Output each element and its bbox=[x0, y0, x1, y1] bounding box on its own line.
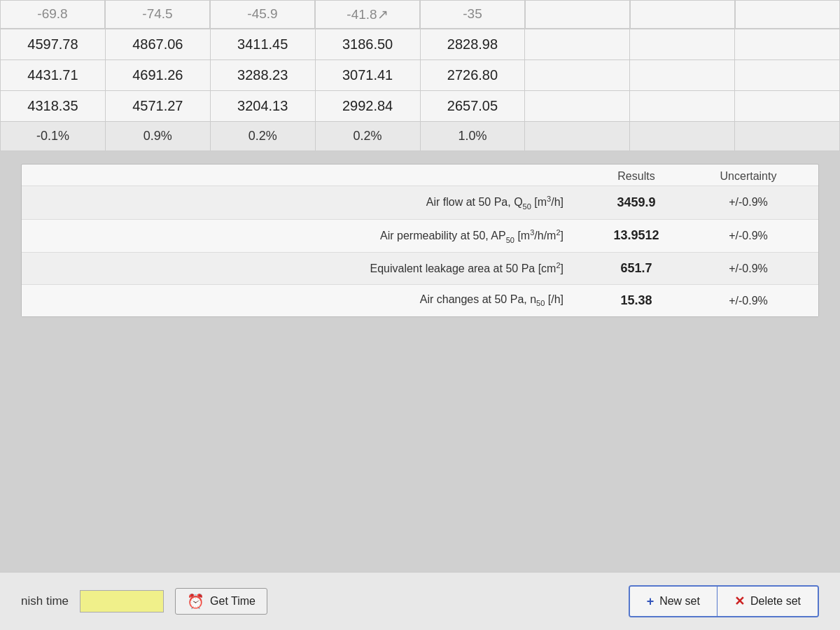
cell-r3c1: 4318.35 bbox=[1, 91, 106, 122]
airflow-value: 3459.9 bbox=[580, 195, 692, 210]
cell-r4c2: 0.9% bbox=[105, 122, 210, 151]
delete-set-label: Delete set bbox=[750, 595, 801, 608]
get-time-label: Get Time bbox=[210, 595, 255, 608]
results-panel: Results Uncertainty Air flow at 50 Pa, Q… bbox=[21, 164, 819, 317]
airchanges-uncertainty: +/-0.9% bbox=[692, 295, 804, 307]
finish-time-label: nish time bbox=[21, 594, 69, 608]
permeability-value: 13.9512 bbox=[580, 228, 692, 243]
cell-r2c3: 3288.23 bbox=[210, 60, 315, 91]
cell-r3c6 bbox=[525, 91, 630, 122]
airflow-label: Air flow at 50 Pa, Q50 [m3/h] bbox=[36, 195, 580, 211]
table-row: 4318.35 4571.27 3204.13 2992.84 2657.05 bbox=[1, 91, 840, 122]
results-row-leakage: Equivalent leakage area at 50 Pa [cm2] 6… bbox=[22, 253, 818, 285]
cell-r4c8 bbox=[735, 122, 840, 151]
plus-icon: + bbox=[647, 594, 654, 609]
cell-r4c5: 1.0% bbox=[420, 122, 525, 151]
header-cell-6 bbox=[525, 0, 630, 29]
table-row: 4597.78 4867.06 3411.45 3186.50 2828.98 bbox=[1, 29, 840, 60]
cell-r3c2: 4571.27 bbox=[105, 91, 210, 122]
get-time-button[interactable]: ⏰ Get Time bbox=[175, 588, 267, 615]
cell-r1c3: 3411.45 bbox=[210, 29, 315, 60]
cell-r3c8 bbox=[735, 91, 840, 122]
leakage-uncertainty: +/-0.9% bbox=[692, 262, 804, 275]
cell-r4c7 bbox=[630, 122, 735, 151]
cell-r1c2: 4867.06 bbox=[105, 29, 210, 60]
clock-icon: ⏰ bbox=[187, 593, 204, 610]
cell-r1c4: 3186.50 bbox=[315, 29, 420, 60]
airchanges-label: Air changes at 50 Pa, n50 [/h] bbox=[36, 293, 580, 307]
cell-r4c6 bbox=[525, 122, 630, 151]
cell-r2c1: 4431.71 bbox=[1, 60, 106, 91]
results-row-airflow: Air flow at 50 Pa, Q50 [m3/h] 3459.9 +/-… bbox=[22, 186, 818, 220]
permeability-uncertainty: +/-0.9% bbox=[692, 230, 804, 242]
cell-r3c3: 3204.13 bbox=[210, 91, 315, 122]
results-header: Results Uncertainty bbox=[22, 164, 818, 186]
airflow-uncertainty: +/-0.9% bbox=[692, 196, 804, 209]
cell-r3c7 bbox=[630, 91, 735, 122]
cell-r2c5: 2726.80 bbox=[420, 60, 525, 91]
header-cell-2: -74.5 bbox=[105, 0, 210, 29]
table-row-percentage: -0.1% 0.9% 0.2% 0.2% 1.0% bbox=[1, 122, 840, 151]
cell-r2c8 bbox=[735, 60, 840, 91]
leakage-value: 651.7 bbox=[580, 261, 692, 276]
partial-header-row: -69.8 -74.5 -45.9 -41.8↗ -35 bbox=[0, 0, 840, 29]
cell-r2c2: 4691.26 bbox=[105, 60, 210, 91]
x-icon: ✕ bbox=[734, 594, 745, 609]
cell-r2c4: 3071.41 bbox=[315, 60, 420, 91]
results-row-permeability: Air permeability at 50, AP50 [m3/h/m2] 1… bbox=[22, 220, 818, 253]
cell-r1c5: 2828.98 bbox=[420, 29, 525, 60]
cell-r1c1: 4597.78 bbox=[1, 29, 106, 60]
permeability-label: Air permeability at 50, AP50 [m3/h/m2] bbox=[36, 228, 580, 244]
header-cell-8 bbox=[735, 0, 840, 29]
uncertainty-col-header: Uncertainty bbox=[692, 170, 804, 183]
results-col-header: Results bbox=[580, 170, 692, 183]
header-cell-1: -69.8 bbox=[0, 0, 105, 29]
leakage-label: Equivalent leakage area at 50 Pa [cm2] bbox=[36, 261, 580, 275]
cell-r2c7 bbox=[630, 60, 735, 91]
cell-r1c6 bbox=[525, 29, 630, 60]
cell-r3c4: 2992.84 bbox=[315, 91, 420, 122]
cell-r4c3: 0.2% bbox=[210, 122, 315, 151]
new-set-button[interactable]: + New set bbox=[630, 587, 718, 616]
header-cell-7 bbox=[630, 0, 735, 29]
action-group: + New set ✕ Delete set bbox=[629, 585, 819, 617]
delete-set-button[interactable]: ✕ Delete set bbox=[718, 587, 818, 616]
header-cell-3: -45.9 bbox=[210, 0, 315, 29]
finish-time-input[interactable] bbox=[80, 590, 164, 612]
bottom-bar: nish time ⏰ Get Time + New set ✕ Delete … bbox=[0, 572, 840, 630]
airchanges-value: 15.38 bbox=[580, 293, 692, 308]
cell-r1c8 bbox=[735, 29, 840, 60]
cell-r3c5: 2657.05 bbox=[420, 91, 525, 122]
new-set-label: New set bbox=[659, 595, 700, 608]
table-row: 4431.71 4691.26 3288.23 3071.41 2726.80 bbox=[1, 60, 840, 91]
cell-r2c6 bbox=[525, 60, 630, 91]
header-cell-4: -41.8↗ bbox=[315, 0, 420, 29]
cell-r4c4: 0.2% bbox=[315, 122, 420, 151]
results-row-airchanges: Air changes at 50 Pa, n50 [/h] 15.38 +/-… bbox=[22, 285, 818, 316]
header-cell-5: -35 bbox=[420, 0, 525, 29]
cell-r1c7 bbox=[630, 29, 735, 60]
data-table: 4597.78 4867.06 3411.45 3186.50 2828.98 … bbox=[0, 29, 840, 151]
cell-r4c1: -0.1% bbox=[1, 122, 106, 151]
